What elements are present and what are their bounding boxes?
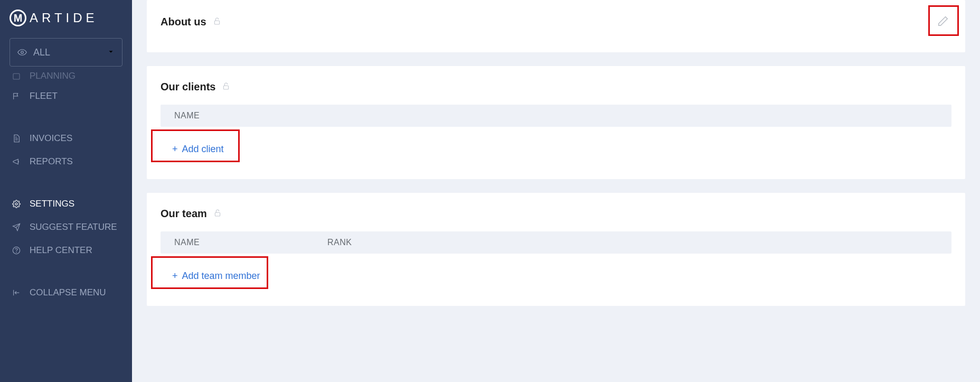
lock-icon [213,208,222,220]
flag-icon [12,91,21,101]
about-title: About us [161,16,206,28]
svg-rect-1 [13,73,20,79]
sidebar-item-help[interactable]: HELP CENTER [0,239,132,262]
team-table-header: NAME RANK [161,231,951,254]
sidebar-item-settings[interactable]: SETTINGS [0,192,132,216]
card-our-clients: Our clients NAME + Add client [147,66,965,179]
collapse-icon [12,288,21,297]
card-our-team: Our team NAME RANK + Add team member [147,193,965,306]
sidebar-item-reports[interactable]: REPORTS [0,150,132,173]
plus-icon: + [172,271,178,282]
nav-label: REPORTS [30,156,73,167]
edit-about-button[interactable] [930,8,956,34]
lock-icon [222,81,230,93]
sidebar-item-fleet[interactable]: FLEET [0,85,132,108]
add-team-label: Add team member [182,271,260,282]
logo[interactable]: M ARTIDE [0,5,132,35]
col-name: NAME [174,238,327,247]
clients-title: Our clients [161,81,215,93]
nav: PLANNING FLEET INVOICES REPORTS [0,72,132,304]
help-icon [12,246,21,255]
svg-rect-5 [214,21,219,24]
calendar-icon [12,71,21,81]
section-title-clients: Our clients [161,81,951,93]
col-rank: RANK [327,238,938,247]
eye-icon [17,48,27,57]
add-team-member-button[interactable]: + Add team member [164,264,269,288]
svg-rect-6 [224,86,229,89]
logo-text: ARTIDE [30,11,98,25]
nav-label: COLLAPSE MENU [30,287,106,298]
nav-label: PLANNING [30,71,76,81]
send-icon [12,222,21,232]
svg-rect-7 [215,212,220,216]
card-about-us: About us [147,0,965,52]
nav-label: INVOICES [30,133,72,144]
svg-point-2 [15,203,17,205]
sidebar: M ARTIDE ALL PLANNING FLEET [0,0,132,382]
nav-label: HELP CENTER [30,245,92,256]
filter-select[interactable]: ALL [10,38,123,67]
sidebar-item-invoices[interactable]: INVOICES [0,127,132,150]
logo-mark-icon: M [10,10,26,26]
svg-point-4 [16,252,17,253]
svg-point-0 [21,51,24,54]
gear-icon [12,199,21,209]
clients-table-header: NAME [161,105,951,127]
nav-label: SETTINGS [30,199,74,209]
sidebar-item-planning[interactable]: PLANNING [0,71,132,85]
file-icon [12,134,21,143]
plus-icon: + [172,144,178,155]
main-content: About us Our clients NAME + Add client [132,0,980,382]
sidebar-item-collapse[interactable]: COLLAPSE MENU [0,281,132,304]
nav-label: SUGGEST FEATURE [30,222,117,232]
section-title-team: Our team [161,208,951,220]
add-client-button[interactable]: + Add client [164,137,232,161]
filter-label: ALL [33,47,50,58]
team-title: Our team [161,208,207,220]
sidebar-item-suggest[interactable]: SUGGEST FEATURE [0,216,132,239]
col-name: NAME [174,111,327,120]
nav-label: FLEET [30,91,58,101]
chevron-down-icon [107,48,115,57]
megaphone-icon [12,157,21,166]
add-client-label: Add client [182,144,224,155]
section-title-about: About us [161,16,951,28]
lock-icon [213,16,221,28]
